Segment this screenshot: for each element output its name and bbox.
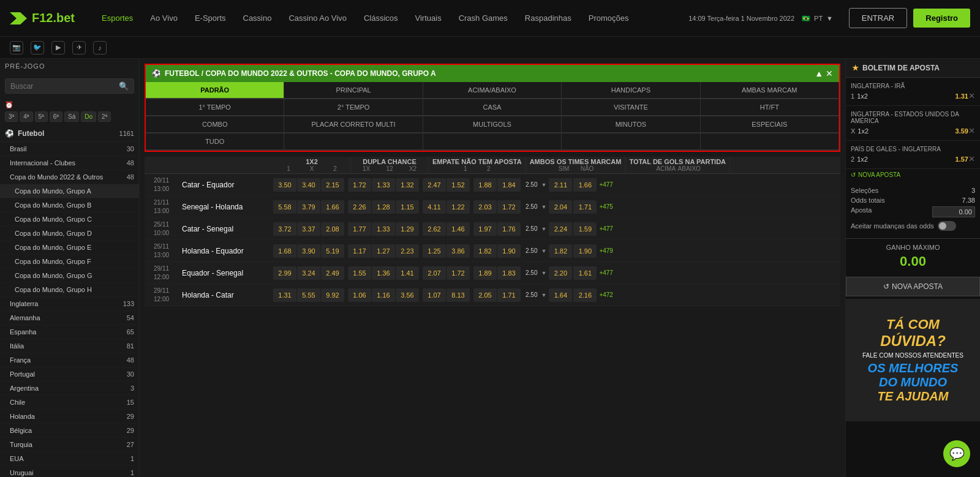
nav-item-raspadinhas[interactable]: Raspadinhas	[516, 9, 580, 28]
match-name[interactable]: Catar - Senegal	[178, 222, 273, 236]
market-tab[interactable]	[284, 133, 423, 150]
market-tab[interactable]: HT/FT	[701, 99, 839, 116]
nav-item-promoções[interactable]: Promoções	[580, 9, 638, 28]
odd-button[interactable]: 1.07	[423, 288, 446, 302]
sidebar-item[interactable]: Copa do Mundo, Grupo B	[0, 198, 139, 212]
market-tab[interactable]: ACIMA/ABAIXO	[423, 82, 562, 99]
odd-button[interactable]: 1.72	[348, 178, 371, 192]
market-tab[interactable]: CASA	[423, 99, 562, 116]
close-bet-button[interactable]: ✕	[968, 126, 975, 135]
sidebar-item[interactable]: Copa do Mundo, Grupo H	[0, 283, 139, 297]
twitter-icon[interactable]: 🐦	[31, 41, 44, 54]
youtube-icon[interactable]: ▶	[51, 41, 65, 54]
nova-aposta-small-button[interactable]: ↺ NOVA APOSTA	[846, 169, 980, 181]
match-name[interactable]: Equador - Senegal	[178, 266, 273, 280]
market-tab[interactable]: ESPECIAIS	[701, 116, 839, 133]
nav-item-virtuais[interactable]: Virtuais	[407, 9, 450, 28]
nova-aposta-button[interactable]: ↺ NOVA APOSTA	[846, 277, 980, 296]
sport-header-futebol[interactable]: ⚽ Futebol 1161	[0, 126, 139, 142]
more-button[interactable]: +477	[597, 225, 616, 232]
filter-btn-6ª[interactable]: 6ª	[50, 111, 62, 122]
odd-button[interactable]: 1.61	[573, 266, 597, 280]
registro-button[interactable]: Registro	[913, 9, 970, 28]
odd-button[interactable]: 2.04	[549, 200, 572, 214]
chevron-down-icon[interactable]: ▼	[540, 226, 548, 232]
odd-button[interactable]: 5.55	[297, 288, 320, 302]
sidebar-item[interactable]: Brasil30	[0, 142, 139, 156]
chevron-down-icon[interactable]: ▼	[540, 292, 548, 298]
odd-button[interactable]: 3.72	[273, 222, 296, 236]
more-button[interactable]: +477	[597, 181, 616, 188]
sidebar-item[interactable]: Bélgica29	[0, 424, 139, 438]
odd-button[interactable]: 2.99	[273, 266, 296, 280]
odd-button[interactable]: 2.47	[423, 178, 446, 192]
odd-button[interactable]: 1.88	[473, 178, 497, 192]
nav-item-cassino-ao-vivo[interactable]: Cassino Ao Vivo	[280, 9, 355, 28]
sidebar-item[interactable]: Copa do Mundo, Grupo D	[0, 227, 139, 241]
more-button[interactable]: +475	[597, 203, 616, 210]
odd-button[interactable]: 5.19	[321, 244, 344, 258]
sidebar-item[interactable]: Itália81	[0, 339, 139, 353]
close-bet-button[interactable]: ✕	[968, 154, 975, 163]
sidebar-item[interactable]: Internacional - Clubes48	[0, 156, 139, 170]
sidebar-item[interactable]: Copa do Mundo, Grupo C	[0, 212, 139, 227]
market-tab[interactable]	[701, 133, 839, 150]
odd-button[interactable]: 9.92	[321, 288, 344, 302]
market-tab[interactable]: VISITANTE	[562, 99, 700, 116]
sidebar-item[interactable]: Inglaterra133	[0, 297, 139, 311]
aceitar-toggle[interactable]	[938, 221, 956, 231]
odd-button[interactable]: 1.46	[447, 222, 470, 236]
market-tab[interactable]: HANDICAPS	[562, 82, 700, 99]
odd-button[interactable]: 1.52	[447, 178, 470, 192]
odd-button[interactable]: 1.83	[497, 266, 521, 280]
search-input[interactable]	[10, 82, 119, 91]
filter-btn-do[interactable]: Do	[81, 111, 96, 122]
chevron-down-icon[interactable]: ▼	[540, 248, 548, 254]
odd-button[interactable]: 1.90	[497, 244, 521, 258]
chat-bubble[interactable]: 💬	[943, 440, 970, 467]
market-tab[interactable]: AMBAS MARCAM	[701, 82, 839, 99]
odd-button[interactable]: 1.28	[372, 200, 395, 214]
sidebar-item[interactable]: EUA1	[0, 452, 139, 466]
market-tab[interactable]: TUDO	[146, 133, 284, 150]
odd-button[interactable]: 2.16	[573, 288, 597, 302]
odd-button[interactable]: 2.07	[423, 266, 446, 280]
more-button[interactable]: +479	[597, 247, 616, 254]
odd-button[interactable]: 3.24	[297, 266, 320, 280]
odd-button[interactable]: 1.15	[396, 200, 419, 214]
odd-button[interactable]: 2.03	[473, 200, 497, 214]
odd-button[interactable]: 1.77	[348, 222, 371, 236]
sidebar-item[interactable]: Copa do Mundo, Grupo E	[0, 241, 139, 255]
odd-button[interactable]: 2.05	[473, 288, 497, 302]
nav-item-esportes[interactable]: Esportes	[93, 9, 141, 28]
more-button[interactable]: +477	[597, 269, 616, 276]
odd-button[interactable]: 2.15	[321, 178, 344, 192]
odd-button[interactable]: 1.64	[549, 288, 572, 302]
filter-btn-sá[interactable]: Sá	[64, 111, 79, 122]
odd-button[interactable]: 1.71	[573, 200, 597, 214]
logo[interactable]: F12.bet	[10, 11, 75, 25]
filter-btn-3ª[interactable]: 3ª	[5, 111, 18, 122]
entrar-button[interactable]: ENTRAR	[849, 8, 907, 28]
odd-button[interactable]: 1.71	[497, 288, 521, 302]
market-tab[interactable]: MULTIGOLS	[423, 116, 562, 133]
close-bet-button[interactable]: ✕	[968, 91, 975, 100]
nav-item-ao-vivo[interactable]: Ao Vivo	[141, 9, 186, 28]
nav-item-e-sports[interactable]: E-Sports	[186, 9, 235, 28]
odd-button[interactable]: 1.31	[273, 288, 296, 302]
odd-button[interactable]: 2.24	[549, 222, 572, 236]
odd-button[interactable]: 1.25	[423, 244, 446, 258]
odd-button[interactable]: 1.66	[321, 200, 344, 214]
odd-button[interactable]: 3.79	[297, 200, 320, 214]
sidebar-item[interactable]: Copa do Mundo, Grupo F	[0, 255, 139, 269]
match-name[interactable]: Senegal - Holanda	[178, 200, 273, 214]
nav-item-clássicos[interactable]: Clássicos	[355, 9, 407, 28]
sidebar-item[interactable]: Chile15	[0, 396, 139, 410]
odd-button[interactable]: 2.11	[549, 178, 572, 192]
odd-button[interactable]: 1.55	[348, 266, 371, 280]
sidebar-item[interactable]: Holanda29	[0, 410, 139, 424]
sidebar-item[interactable]: Copa do Mundo, Grupo G	[0, 269, 139, 283]
odd-button[interactable]: 3.40	[297, 178, 320, 192]
odd-button[interactable]: 8.13	[447, 288, 470, 302]
market-tab[interactable]: 2° TEMPO	[284, 99, 423, 116]
